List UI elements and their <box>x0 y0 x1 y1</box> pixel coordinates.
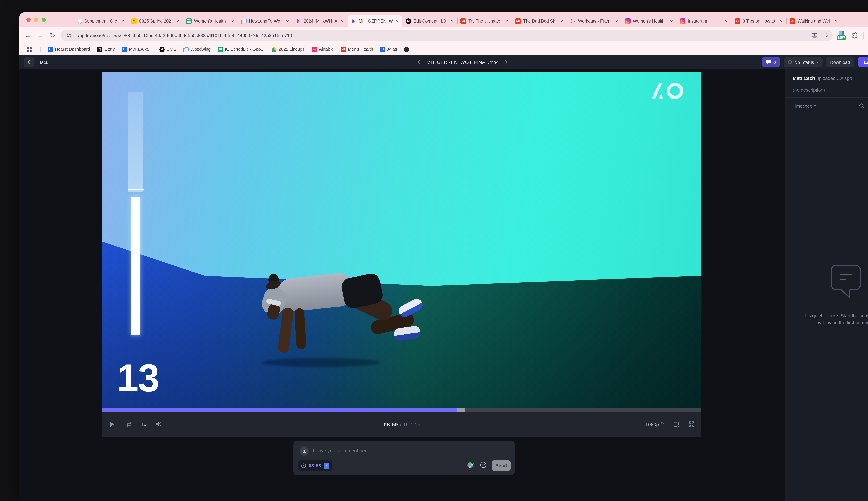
playback-speed[interactable]: 1x <box>141 422 146 427</box>
tab-close-icon[interactable]: × <box>286 18 290 24</box>
browser-tab[interactable]: Women's Health× <box>622 15 677 27</box>
extensions-puzzle-icon[interactable] <box>851 31 859 40</box>
browser-tab[interactable]: MH3 Tips on How to× <box>731 15 786 27</box>
bookmark-item[interactable]: MeAirtable <box>312 47 334 52</box>
tab-close-icon[interactable]: × <box>614 18 619 24</box>
tab-title: 3 Tips on How to <box>743 19 777 24</box>
browser-tab-active[interactable]: MH_GERREN_W× <box>347 15 403 27</box>
login-button[interactable]: Login <box>858 57 868 67</box>
tab-title: Women's Health <box>633 19 667 24</box>
comments-count-button[interactable]: 0 <box>762 57 780 67</box>
guides-icon[interactable] <box>672 420 680 428</box>
browser-tab[interactable]: HowLongForWor× <box>238 15 293 27</box>
comment-count: 0 <box>773 60 776 65</box>
bookmark-item[interactable]: MCMS <box>159 47 176 52</box>
drive-favicon <box>271 47 277 52</box>
back-button[interactable] <box>24 57 34 67</box>
play-icon[interactable] <box>108 420 116 428</box>
previous-file-icon[interactable] <box>417 60 421 65</box>
comment-composer[interactable]: Leave your comment here... 08:58 ✓ <box>293 441 515 475</box>
player-controls: 1x 08:59 / 15:12 ▾ <box>103 412 701 437</box>
browser-tab[interactable]: Workouts - Fram× <box>567 15 622 27</box>
comments-sidebar: Matt Cech uploaded 3w ago (no descriptio… <box>785 70 868 501</box>
forward-icon[interactable]: → <box>36 32 44 39</box>
progress-played <box>103 408 457 412</box>
back-label[interactable]: Back <box>38 60 48 65</box>
player-column: 13 <box>20 70 785 501</box>
reload-icon[interactable]: ↻ <box>49 31 56 40</box>
send-button[interactable]: Send <box>492 460 511 471</box>
address-bar[interactable]: app.frame.io/reviews/c805c655-105c-44a3-… <box>61 30 833 41</box>
fullscreen-icon[interactable] <box>687 420 696 428</box>
site-info-icon[interactable] <box>65 31 73 40</box>
annotate-icon[interactable] <box>467 462 475 469</box>
browser-tab[interactable]: MHTry The Ultimate× <box>457 15 512 27</box>
bookmark-star-icon[interactable]: ☆ <box>822 31 831 40</box>
tab-close-icon[interactable]: × <box>121 18 125 24</box>
tab-close-icon[interactable]: × <box>834 18 838 24</box>
time-display[interactable]: 08:59 / 15:12 ▾ <box>384 421 420 427</box>
progress-scrubber[interactable] <box>457 408 464 412</box>
browser-toolbar: ← → ↻ app.frame.io/reviews/c805c655-105c… <box>20 27 868 44</box>
cms-favicon: M <box>159 47 164 52</box>
search-comments-icon[interactable] <box>858 102 866 110</box>
bookmark-item[interactable]: gGetty <box>97 47 115 52</box>
back-icon[interactable]: ← <box>24 32 32 39</box>
timestamp-checkbox[interactable]: ✓ <box>324 463 330 469</box>
browser-tab[interactable]: m0325 Spring 202× <box>128 15 183 27</box>
monday-favicon: m <box>131 18 137 24</box>
zoom-window-button[interactable] <box>42 18 46 22</box>
tab-strip: Supplement_Gre×m0325 Spring 202×Women's … <box>20 12 868 27</box>
tab-close-icon[interactable]: × <box>395 18 399 24</box>
tab-close-icon[interactable]: × <box>340 18 344 24</box>
extension-new-icon[interactable]: NEW <box>837 31 846 40</box>
tab-close-icon[interactable]: × <box>505 18 509 24</box>
bookmark-item[interactable]: MHMen's Health <box>341 47 373 52</box>
browser-tab[interactable]: MHWalking and Wei× <box>786 15 841 27</box>
bookmark-item[interactable]: HAtlas <box>380 47 397 52</box>
apps-grid-icon[interactable] <box>25 45 33 53</box>
browser-tab[interactable]: MHThe Dad Bod Sh× <box>512 15 567 27</box>
bookmark-item[interactable]: S <box>404 47 409 52</box>
minimize-window-button[interactable] <box>34 18 38 22</box>
airtable-favicon: Me <box>312 47 317 52</box>
tab-close-icon[interactable]: × <box>724 18 728 24</box>
sheets-favicon <box>186 18 192 24</box>
browser-tab[interactable]: Instagram× <box>677 15 731 27</box>
frameio-app: Back MH_GERREN_WO4_FINAL.mp4 0 No Status… <box>20 55 868 501</box>
loop-icon[interactable] <box>125 420 133 428</box>
browser-tab[interactable]: MEdit Content | b0× <box>403 15 457 27</box>
video-progress-bar[interactable] <box>103 408 701 412</box>
quality-selector[interactable]: 1080pHD <box>645 421 664 427</box>
tab-close-icon[interactable]: × <box>450 18 454 24</box>
tab-close-icon[interactable]: × <box>669 18 674 24</box>
tab-close-icon[interactable]: × <box>779 18 783 24</box>
tab-close-icon[interactable]: × <box>176 18 180 24</box>
browser-tab[interactable]: Women's Health× <box>183 15 238 27</box>
bookmark-item[interactable]: IG Schedule - Goo... <box>217 47 265 52</box>
download-button[interactable]: Download <box>826 57 855 67</box>
tab-close-icon[interactable]: × <box>560 18 564 24</box>
install-app-icon[interactable] <box>810 31 819 40</box>
timecode-dropdown[interactable]: Timecode▾ <box>793 103 816 108</box>
next-file-icon[interactable] <box>504 60 508 65</box>
new-tab-button[interactable]: + <box>844 16 854 26</box>
video-timer-bar-faded <box>128 92 143 192</box>
bookmark-item[interactable]: HMyHEARST <box>122 47 152 52</box>
browser-tab[interactable]: 2024_MHxWH_A× <box>293 15 347 27</box>
timestamp-chip[interactable]: 08:58 ✓ <box>298 460 332 471</box>
browser-tab[interactable]: Supplement_Gre× <box>73 15 128 27</box>
tab-close-icon[interactable]: × <box>231 18 235 24</box>
close-window-button[interactable] <box>26 18 31 22</box>
time-format-chevron-icon: ▾ <box>418 423 420 427</box>
volume-icon[interactable] <box>154 420 163 428</box>
globe-favicon: S <box>404 47 409 52</box>
bookmark-item[interactable]: 2025 Lineups <box>271 47 305 52</box>
status-dropdown[interactable]: No Status ▾ <box>783 57 822 67</box>
bookmark-item[interactable]: Woodwing <box>183 47 211 52</box>
video-canvas[interactable]: 13 <box>103 72 701 412</box>
bookmark-item[interactable]: HHearst Dashboard <box>47 47 90 52</box>
comment-input[interactable]: Leave your comment here... <box>313 448 373 454</box>
emoji-icon[interactable] <box>480 461 487 470</box>
frameio-favicon <box>296 18 301 24</box>
